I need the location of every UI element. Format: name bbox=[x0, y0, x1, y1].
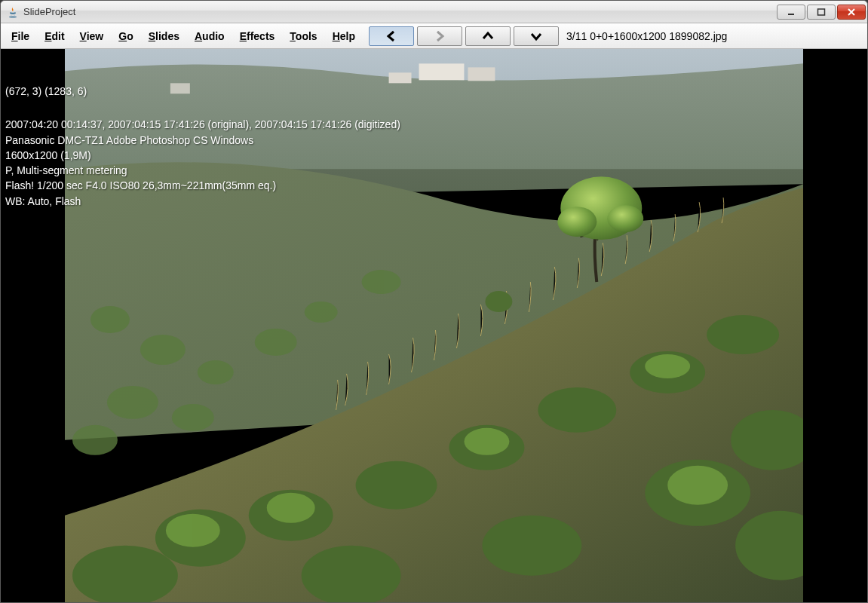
app-window: SlideProject File Edit View Go Slides Au… bbox=[0, 0, 868, 603]
nav-buttons bbox=[369, 26, 559, 46]
svg-point-31 bbox=[267, 493, 315, 523]
svg-point-34 bbox=[667, 466, 728, 505]
svg-rect-5 bbox=[468, 67, 495, 81]
menu-tools[interactable]: Tools bbox=[282, 27, 324, 45]
svg-rect-4 bbox=[419, 63, 465, 80]
nav-down-button[interactable] bbox=[514, 26, 559, 46]
overlay-dates: 2007:04:20 00:14:37, 2007:04:15 17:41:26… bbox=[5, 117, 400, 132]
svg-point-38 bbox=[485, 291, 512, 312]
maximize-button[interactable] bbox=[807, 5, 836, 20]
svg-point-33 bbox=[645, 354, 690, 378]
toolbar-status: 3/11 0+0+1600x1200 1899082.jpg bbox=[566, 30, 727, 42]
svg-point-14 bbox=[107, 386, 158, 419]
svg-point-30 bbox=[166, 514, 220, 547]
svg-point-36 bbox=[557, 207, 597, 237]
overlay-dimensions: 1600x1200 (1,9M) bbox=[5, 148, 400, 163]
menu-go[interactable]: Go bbox=[111, 27, 140, 45]
window-controls bbox=[777, 5, 866, 20]
svg-point-26 bbox=[482, 516, 581, 576]
nav-prev-button[interactable] bbox=[369, 26, 414, 46]
menu-edit[interactable]: Edit bbox=[37, 27, 72, 45]
svg-point-9 bbox=[140, 335, 186, 365]
nav-next-button[interactable] bbox=[417, 26, 462, 46]
java-icon bbox=[7, 6, 19, 18]
svg-point-12 bbox=[305, 302, 338, 323]
menubar: File Edit View Go Slides Audio Effects T… bbox=[1, 23, 867, 49]
svg-point-21 bbox=[538, 387, 616, 433]
overlay-camera: Panasonic DMC-TZ1 Adobe Photoshop CS Win… bbox=[5, 133, 400, 148]
overlay-exposure: Flash! 1/200 sec F4.0 ISO80 26,3mm~221mm… bbox=[5, 178, 400, 193]
menu-view[interactable]: View bbox=[72, 27, 112, 45]
menu-audio[interactable]: Audio bbox=[187, 27, 232, 45]
svg-point-32 bbox=[464, 428, 509, 455]
svg-point-19 bbox=[356, 461, 437, 510]
svg-point-10 bbox=[198, 360, 234, 384]
menu-slides[interactable]: Slides bbox=[141, 27, 187, 45]
svg-point-0 bbox=[9, 16, 17, 17]
window-title: SlideProject bbox=[23, 6, 777, 17]
svg-point-11 bbox=[255, 329, 297, 356]
menu-help[interactable]: Help bbox=[325, 27, 363, 45]
image-viewport[interactable]: (672, 3) (1283, 6) 2007:04:20 00:14:37, … bbox=[1, 49, 867, 602]
overlay-coords: (672, 3) (1283, 6) bbox=[5, 84, 400, 99]
svg-point-16 bbox=[172, 404, 214, 431]
svg-point-8 bbox=[90, 306, 130, 333]
svg-rect-2 bbox=[818, 9, 825, 15]
svg-point-37 bbox=[607, 205, 643, 232]
svg-rect-1 bbox=[788, 14, 794, 15]
svg-point-15 bbox=[72, 425, 118, 455]
svg-point-23 bbox=[707, 315, 779, 354]
overlay-wb: WB: Auto, Flash bbox=[5, 194, 400, 209]
menu-file[interactable]: File bbox=[4, 27, 37, 45]
svg-rect-6 bbox=[389, 72, 412, 83]
titlebar[interactable]: SlideProject bbox=[1, 1, 867, 23]
svg-point-13 bbox=[362, 270, 401, 294]
overlay-metering: P, Multi-segment metering bbox=[5, 163, 400, 178]
nav-up-button[interactable] bbox=[465, 26, 511, 46]
close-button[interactable] bbox=[837, 5, 866, 20]
exif-overlay: (672, 3) (1283, 6) 2007:04:20 00:14:37, … bbox=[5, 84, 400, 209]
menu-effects[interactable]: Effects bbox=[232, 27, 283, 45]
minimize-button[interactable] bbox=[777, 5, 805, 20]
